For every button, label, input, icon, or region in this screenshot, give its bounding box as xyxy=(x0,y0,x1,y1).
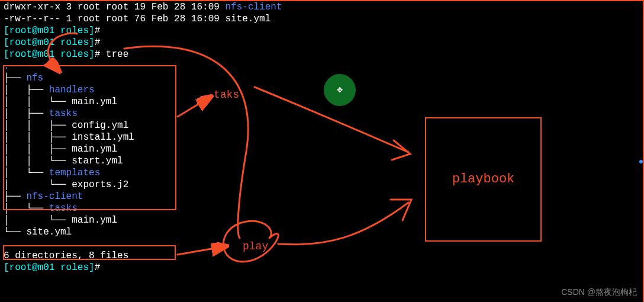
prompt-2: [root@m01 roles]# xyxy=(4,37,639,49)
prompt-1: [root@m01 roles]# xyxy=(4,25,639,37)
cursor-indicator-icon: ✥ xyxy=(324,74,356,106)
watermark: CSDN @熬夜泡枸杞 xyxy=(561,287,637,298)
annotation-label-play: play xyxy=(243,240,268,253)
prompt-3[interactable]: [root@m01 roles]# xyxy=(4,262,639,274)
annotation-box-site-yml xyxy=(3,245,176,260)
annotation-box-roles-folder xyxy=(3,65,176,210)
ls-line-nfs-client: drwxr-xr-x 3 root root 19 Feb 28 16:09 n… xyxy=(4,1,639,13)
annotation-box-playbook: playbook xyxy=(425,117,542,242)
annotation-label-taks: taks xyxy=(214,88,239,102)
ls-line-site: -rw-r--r-- 1 root root 76 Feb 28 16:09 s… xyxy=(4,13,639,25)
prompt-tree[interactable]: [root@m01 roles]# tree xyxy=(4,49,639,60)
scroll-indicator-icon xyxy=(639,160,643,163)
tree-site: └── site.yml xyxy=(4,226,639,238)
tree-nfs-client-main: │ └── main.yml xyxy=(4,214,639,226)
